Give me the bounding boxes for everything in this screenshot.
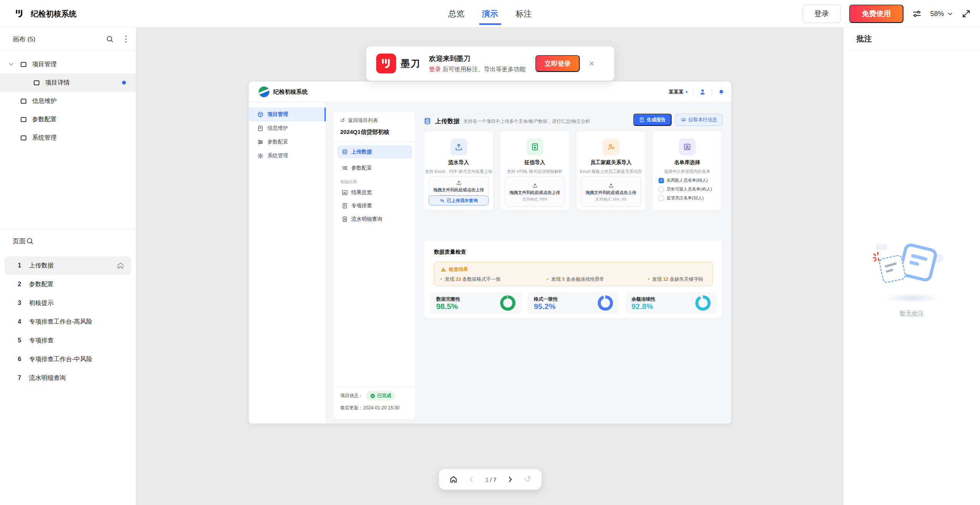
checkbox[interactable]	[659, 195, 664, 201]
canvas-more-icon[interactable]: ⋮	[122, 34, 130, 44]
page-label: 专项排查工作台-中风险	[29, 355, 92, 363]
dropzone-text: 拖拽文件到此处或点击上传	[429, 187, 488, 193]
user-icon[interactable]	[699, 88, 706, 96]
upload-tray-icon	[532, 183, 538, 188]
finding-item: 发现 5 条余额连续性异常	[547, 276, 604, 283]
upload-card-family-import: 员工家庭关系导入 Excel 模板上传员工家庭关系信息 拖拽文件到此处或点击上传…	[576, 130, 646, 210]
tree-item-info-maintenance[interactable]: 信息维护	[0, 92, 136, 110]
preview-main: 上传数据 支持在一个项目中上传多个主体/账户数据，进行汇总/独立分析 生成报告 …	[424, 102, 722, 424]
upload-section-subtitle: 支持在一个项目中上传多个主体/账户数据，进行汇总/独立分析	[463, 118, 590, 125]
option-regulator-watch[interactable]: 监管关注名单(32人)	[659, 195, 712, 201]
preview-nav-project-management[interactable]: 项目管理	[249, 108, 326, 121]
project-nav-flow-detail[interactable]: 流水明细查询	[342, 213, 382, 225]
banner-subtitle: 登录 后可使用标注、导出等更多功能	[429, 65, 525, 73]
home-button[interactable]	[449, 475, 458, 484]
page-item-review-hint[interactable]: 3 初核提示	[5, 294, 131, 312]
generate-report-button[interactable]: 生成报告	[633, 114, 672, 126]
zoom-control[interactable]: 58%	[930, 10, 953, 18]
card-title: 员工家庭关系导入	[576, 159, 646, 166]
cube-icon	[257, 111, 264, 118]
uploaded-flow-query-button[interactable]: 已上传流水查询	[429, 195, 489, 205]
page-item-param-config[interactable]: 2 参数配置	[5, 275, 131, 293]
project-nav-card: ↺ 返回项目列表 2024Q1信贷部初核 上传数据 参数配置 初核结果 结果总览	[333, 111, 416, 420]
donut-ring	[598, 295, 613, 311]
section-label: 初核结果	[340, 179, 357, 185]
preview-nav-system-management[interactable]: 系统管理	[249, 149, 326, 163]
bar-chart-icon	[342, 189, 348, 195]
warning-icon	[440, 267, 446, 272]
project-nav-label: 参数配置	[351, 165, 372, 171]
finding-suffix: 条余额连续性异常	[565, 277, 604, 282]
option-history-suspect[interactable]: 历史可疑人员名单(45人)	[659, 186, 712, 192]
upload-section-title: 上传数据	[435, 117, 460, 125]
page-item-upload-data[interactable]: 1 上传数据	[5, 256, 131, 275]
back-to-project-list[interactable]: ↺ 返回项目列表	[340, 117, 378, 124]
tree-item-label: 系统管理	[32, 134, 57, 142]
close-icon[interactable]: ×	[589, 59, 594, 68]
tab-annotate[interactable]: 标注	[516, 8, 532, 19]
page-label: 专项排查	[29, 337, 54, 345]
app-title: 纪检初核系统	[31, 9, 77, 19]
undo-icon[interactable]: ↺	[524, 475, 531, 484]
metric-value: 95.2%	[534, 302, 556, 311]
tab-overview[interactable]: 总览	[448, 8, 465, 19]
tab-demo[interactable]: 演示	[482, 8, 498, 19]
dropzone[interactable]: 拖拽文件到此处或点击上传 支持格式: xlsx, xls	[581, 176, 641, 207]
banner-login-link[interactable]: 登录	[429, 66, 441, 72]
checkbox[interactable]	[659, 187, 664, 192]
sliders-icon	[257, 139, 264, 145]
tree-item-project-detail[interactable]: 项目详情	[0, 73, 136, 92]
settings-sliders-icon[interactable]	[912, 9, 922, 19]
top-bar: 纪检初核系统 总览 演示 标注 登录 免费使用 58%	[0, 0, 980, 28]
divider	[333, 142, 415, 142]
back-label: 返回项目列表	[348, 117, 378, 124]
upload-tray-icon	[456, 180, 461, 186]
empty-illustration	[874, 242, 950, 303]
donut-ring	[695, 295, 711, 311]
tree-item-project-management[interactable]: 项目管理	[0, 55, 136, 73]
current-page-dot	[122, 81, 126, 85]
page-item-flow-detail[interactable]: 7 流水明细查询	[5, 369, 131, 387]
updated-value: 2024-01-20 15:30	[363, 405, 400, 411]
tree-item-system-management[interactable]: 系统管理	[0, 129, 136, 147]
page-item-workbench-mid[interactable]: 6 专项排查工作台-中风险	[5, 350, 131, 368]
database-icon	[342, 149, 348, 155]
app-root: 纪检初核系统 总览 演示 标注 登录 免费使用 58% 画布 (5)	[0, 0, 980, 505]
dropzone[interactable]: 拖拽文件到此处或点击上传 支持格式: html	[505, 176, 565, 207]
preview-nav-info-maintenance[interactable]: 信息维护	[249, 121, 326, 135]
pull-bank-info-button[interactable]: 拉取本行信息	[675, 114, 722, 126]
page-item-special-check[interactable]: 5 专项排查	[5, 331, 131, 350]
document-icon	[342, 203, 348, 209]
project-nav-upload-data[interactable]: 上传数据	[337, 145, 412, 158]
project-nav-result-overview[interactable]: 结果总览	[342, 187, 372, 198]
free-use-button[interactable]: 免费使用	[849, 5, 903, 23]
canvas-search-icon[interactable]	[106, 35, 114, 43]
login-button[interactable]: 登录	[802, 5, 841, 23]
burst-icon	[871, 250, 884, 263]
next-page-button[interactable]	[506, 476, 514, 483]
tree-item-param-config[interactable]: 参数配置	[0, 110, 136, 129]
mode-tabs: 总览 演示 标注	[448, 0, 532, 28]
project-nav-special-check[interactable]: 专项排查	[342, 200, 372, 212]
prev-page-button[interactable]	[468, 476, 475, 483]
option-label: 历史可疑人员名单(45人)	[667, 186, 712, 192]
metric-label: 数据完整性	[436, 296, 460, 303]
sidebar-divider	[0, 50, 136, 51]
card-desc: 支持 HTML 格式征信报告解析	[500, 169, 569, 174]
project-nav-param-config[interactable]: 参数配置	[337, 161, 412, 174]
preview-nav-param-config[interactable]: 参数配置	[249, 135, 326, 149]
card-title: 流水导入	[424, 159, 493, 166]
checkbox[interactable]	[659, 178, 664, 183]
fullscreen-icon[interactable]	[962, 9, 971, 18]
pages-search-icon[interactable]	[26, 237, 34, 245]
option-high-risk[interactable]: 高风险人员名单(68人)	[659, 178, 712, 183]
page-item-workbench-high[interactable]: 4 专项排查工作台-高风险	[5, 313, 131, 331]
login-now-button[interactable]: 立即登录	[535, 55, 580, 72]
user-plus-icon	[603, 138, 620, 155]
bell-icon[interactable]	[717, 88, 725, 96]
dropzone-formats: 支持格式: html	[505, 197, 564, 202]
preview-username[interactable]: 某某某	[669, 88, 683, 95]
page-label: 参数配置	[29, 280, 54, 288]
chevron-down-icon[interactable]	[8, 61, 15, 68]
caret-down-icon: ▾	[685, 90, 688, 94]
